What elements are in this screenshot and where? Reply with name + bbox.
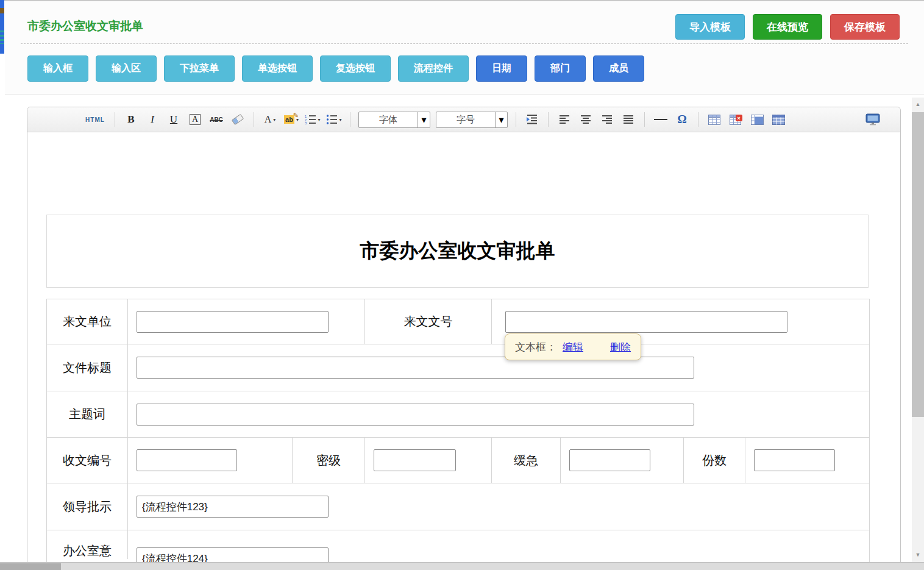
textbox-context-tooltip: 文本框： 编辑 删除: [505, 333, 641, 360]
scrollbar-thumb[interactable]: [912, 112, 924, 417]
scrollbar-thumb[interactable]: [0, 563, 61, 570]
widget-button-input-box[interactable]: 输入框: [27, 55, 88, 82]
form-title: 市委办公室收文审批单: [360, 238, 555, 265]
online-preview-button[interactable]: 在线预览: [753, 14, 822, 40]
field-input[interactable]: [137, 404, 694, 426]
align-left-button[interactable]: [556, 112, 572, 127]
chevron-down-icon: ▾: [273, 117, 275, 123]
strikethrough-button[interactable]: ABC: [208, 112, 224, 127]
align-justify-icon: [624, 115, 633, 124]
field-input[interactable]: [505, 311, 787, 333]
header-top-row: 市委办公室收文审批单 导入模板 在线预览 保存模板: [5, 0, 924, 43]
save-template-button[interactable]: 保存模板: [830, 14, 900, 40]
strikethrough-icon: ABC: [210, 116, 223, 123]
scroll-down-icon[interactable]: ▼: [912, 550, 924, 560]
delete-table-icon: ×: [730, 115, 742, 125]
source-code-button[interactable]: HTML: [84, 112, 107, 127]
field-input-cell: [128, 391, 869, 437]
screen-top-edge: [0, 0, 924, 1]
field-input[interactable]: [137, 449, 237, 471]
unordered-list-icon: [326, 115, 337, 124]
field-input[interactable]: [137, 496, 329, 518]
align-justify-button[interactable]: [620, 112, 636, 127]
widget-button-radio-button[interactable]: 单选按钮: [242, 55, 313, 82]
toolbar-divider: [698, 112, 698, 127]
delete-link[interactable]: 删除: [610, 340, 631, 354]
align-left-icon: [560, 115, 569, 124]
font-box-button[interactable]: A: [187, 112, 203, 127]
field-input[interactable]: [137, 311, 329, 333]
form-row: 领导批示: [47, 483, 869, 530]
ordered-list-button[interactable]: 1 2 3 ▾: [305, 112, 321, 127]
cell-grid-button[interactable]: [770, 112, 786, 127]
widget-button-checkbox-button[interactable]: 复选按钮: [320, 55, 391, 82]
scroll-up-icon[interactable]: ▲: [912, 99, 924, 109]
toolbar-divider: [350, 112, 350, 127]
field-input-cell: [745, 438, 869, 483]
underline-icon: U: [170, 113, 177, 126]
page-title: 市委办公室收文审批单: [27, 18, 143, 34]
toolbar-divider: [254, 112, 254, 127]
widget-button-dropdown-menu[interactable]: 下拉菜单: [164, 55, 235, 82]
field-label-cell: 来文单位: [47, 299, 128, 344]
form-row: 来文单位来文文号: [47, 299, 869, 344]
align-right-icon: [602, 115, 612, 124]
highlight-icon: ab ✎: [284, 115, 294, 124]
cell-grid-icon: [772, 115, 785, 125]
table-properties-button[interactable]: [749, 112, 765, 127]
editor-document[interactable]: 市委办公室收文审批单 来文单位来文文号文件标题主题词收文编号密级缓急份数领导批示…: [27, 132, 900, 570]
field-label: 来文单位: [63, 313, 112, 330]
chevron-down-icon[interactable]: ▾: [418, 112, 430, 127]
widget-button-department[interactable]: 部门: [535, 55, 586, 82]
field-input[interactable]: [569, 449, 650, 471]
align-center-button[interactable]: [578, 112, 594, 127]
indent-button[interactable]: [524, 112, 540, 127]
font-family-select[interactable]: 字体 ▾: [358, 112, 430, 128]
field-label-cell: 收文编号: [47, 438, 128, 483]
fullscreen-button[interactable]: [865, 112, 881, 127]
form-table: 来文单位来文文号文件标题主题词收文编号密级缓急份数领导批示办公室意: [46, 299, 870, 570]
widget-button-member[interactable]: 成员: [593, 55, 644, 82]
screen-edge-artifact: [0, 0, 4, 54]
font-size-select[interactable]: 字号 ▾: [436, 112, 508, 128]
vertical-scrollbar[interactable]: ▲ ▼: [912, 98, 924, 562]
edit-link[interactable]: 编辑: [563, 340, 583, 354]
widget-button-date[interactable]: 日期: [476, 55, 527, 82]
font-color-button[interactable]: A ▾: [262, 112, 278, 127]
field-label-cell: 缓急: [492, 438, 561, 483]
horizontal-scrollbar[interactable]: [0, 562, 924, 570]
remove-format-button[interactable]: [230, 112, 246, 127]
field-input[interactable]: [374, 449, 456, 471]
insert-table-button[interactable]: [706, 112, 722, 127]
widget-button-flow-control[interactable]: 流程控件: [398, 55, 469, 82]
chevron-down-icon[interactable]: ▾: [495, 112, 507, 127]
highlight-button[interactable]: ab ✎ ▾: [283, 112, 299, 127]
italic-icon: I: [151, 113, 154, 126]
field-input-cell: [128, 344, 869, 391]
table-properties-icon: [751, 115, 764, 125]
field-label: 办公室意: [63, 543, 112, 559]
artifact-mark: [0, 30, 4, 44]
field-input[interactable]: [754, 449, 835, 471]
font-box-icon: A: [190, 114, 201, 125]
form-row: 主题词: [47, 391, 869, 438]
italic-button[interactable]: I: [144, 112, 160, 127]
field-label-cell: 来文文号: [365, 299, 492, 344]
field-label: 密级: [316, 452, 341, 469]
unordered-list-button[interactable]: ▾: [326, 112, 342, 127]
align-center-icon: [581, 115, 591, 124]
import-template-button[interactable]: 导入模板: [675, 14, 745, 40]
special-char-button[interactable]: Ω: [674, 112, 690, 127]
rich-text-editor: HTML B I U A ABC A ▾ ab ✎ ▾: [27, 107, 901, 570]
bold-button[interactable]: B: [123, 112, 139, 127]
horizontal-rule-button[interactable]: [653, 112, 669, 127]
field-label: 收文编号: [63, 452, 112, 469]
align-right-button[interactable]: [599, 112, 615, 127]
widget-button-input-area[interactable]: 输入区: [96, 55, 157, 82]
toolbar-divider: [115, 112, 115, 127]
svg-text:×: ×: [737, 115, 740, 121]
delete-table-button[interactable]: ×: [728, 112, 744, 127]
ordered-list-icon: 1 2 3: [305, 115, 316, 124]
field-label: 领导批示: [63, 499, 112, 515]
underline-button[interactable]: U: [166, 112, 182, 127]
